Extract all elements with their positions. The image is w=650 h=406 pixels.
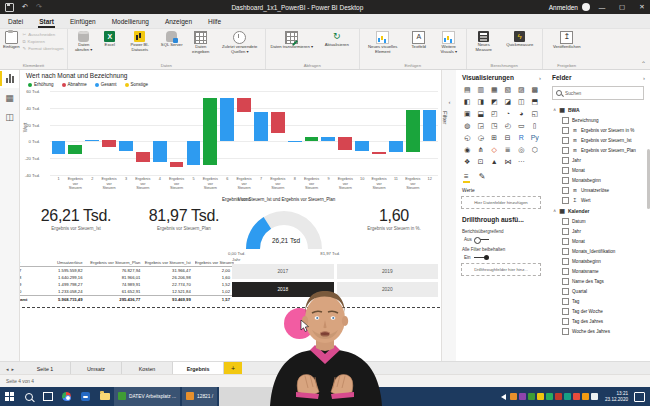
field-item[interactable]: Jahr xyxy=(546,226,650,236)
tray-icon-1[interactable] xyxy=(510,393,517,400)
menu-hilfe[interactable]: Hilfe xyxy=(200,14,229,28)
waterfall-bar-total[interactable] xyxy=(85,140,99,142)
tray-icon-4[interactable] xyxy=(537,393,544,400)
get-data-button[interactable]: Daten abrufen ▾ xyxy=(71,30,97,53)
waterfall-bar-increase[interactable] xyxy=(406,110,420,153)
kpi-card-ist[interactable]: 26,21 Tsd. Ergebnis vor Steuern_Ist xyxy=(22,207,130,231)
smart-narrative-icon[interactable]: ❖ xyxy=(461,156,474,167)
volume-icon[interactable] xyxy=(501,394,506,400)
slicer-button-2017[interactable]: 2017 xyxy=(232,264,334,279)
arcgis-map-icon[interactable]: ◎ xyxy=(515,144,528,155)
pie-chart-icon[interactable]: ◔ xyxy=(502,108,515,119)
redo-icon[interactable]: ↷ xyxy=(32,3,46,11)
kpi-icon[interactable]: ◵ xyxy=(461,132,474,143)
new-visual-button[interactable]: Neues visuelles Element xyxy=(363,30,403,55)
table-row[interactable]: 20201.233.058,2461.652,9112.521,841,02 xyxy=(12,288,234,295)
line-chart-icon[interactable]: ◧ xyxy=(461,96,474,107)
power-apps-icon[interactable]: ⬡ xyxy=(529,144,542,155)
100-stacked-column-icon[interactable]: ▩ xyxy=(529,84,542,95)
field-group-kalender[interactable]: ∧▦Kalender xyxy=(546,205,650,216)
waterfall-chart-icon[interactable]: ▣ xyxy=(461,108,474,119)
tray-icon-10[interactable] xyxy=(591,393,598,400)
table-row[interactable]: 20191.499.798,2774.989,9122.774,701,52 xyxy=(12,281,234,288)
table-total-row[interactable]: Gesamt5.968.715,49295.436,7793.469,991,5… xyxy=(12,295,234,303)
clustered-bar-chart-icon[interactable]: ▦ xyxy=(488,84,501,95)
waterfall-bar-increase[interactable] xyxy=(305,137,319,140)
new-measure-button[interactable]: Neues Measure xyxy=(470,30,498,53)
waterfall-bar-decrease[interactable] xyxy=(271,112,285,133)
publish-button[interactable]: ↥Veröffentlichen xyxy=(546,30,588,50)
chrome-button[interactable] xyxy=(57,387,76,406)
field-item[interactable]: ⊞Umsatzerlöse xyxy=(546,185,650,195)
field-item[interactable]: Bezeichnung xyxy=(546,115,650,125)
field-checkbox[interactable] xyxy=(562,318,569,325)
waterfall-bar-total[interactable] xyxy=(52,141,66,154)
waterfall-bar-decrease[interactable] xyxy=(338,137,352,150)
kpi-card-percent[interactable]: 1,60 Ergebnis vor Steuern in %. xyxy=(350,207,438,231)
recent-sources-button[interactable]: Zuletzt verwendete Quellen ▾ xyxy=(218,30,262,55)
field-item[interactable]: ΣWert xyxy=(546,195,650,205)
field-checkbox[interactable] xyxy=(562,238,569,245)
waterfall-bar-decrease[interactable] xyxy=(372,152,386,155)
waterfall-bar-total[interactable] xyxy=(355,141,369,151)
scatter-chart-icon[interactable]: ◰ xyxy=(488,108,501,119)
save-icon[interactable] xyxy=(5,3,14,12)
field-checkbox[interactable] xyxy=(562,268,569,275)
waterfall-bar-total[interactable] xyxy=(187,141,201,165)
funnel-chart-icon[interactable]: ⬓ xyxy=(475,108,488,119)
field-item[interactable]: Datum xyxy=(546,216,650,226)
waterfall-chart[interactable]: Wert 60 Tsd.40 Tsd.20 Tsd.0 Tsd.-20 Tsd.… xyxy=(22,91,438,175)
data-view-button[interactable]: ▦ xyxy=(0,88,19,107)
field-checkbox[interactable] xyxy=(562,137,569,144)
quick-measure-button[interactable]: ϟQuickmeasure xyxy=(501,30,539,48)
add-data-fields-dropzone[interactable]: Hier Datenfelder hinzufügen xyxy=(461,196,541,209)
field-checkbox[interactable] xyxy=(562,308,569,315)
waterfall-bar-decrease[interactable] xyxy=(136,152,150,163)
paginated-report-icon[interactable]: ≣ xyxy=(502,144,515,155)
field-item[interactable]: Monat xyxy=(546,165,650,175)
fields-wells-tab[interactable]: ≡ xyxy=(464,172,469,183)
treemap-icon[interactable]: ◱ xyxy=(529,108,542,119)
key-influencers-icon[interactable]: ◉ xyxy=(461,144,474,155)
minimize-button[interactable]: — xyxy=(594,4,610,11)
donut-chart-icon[interactable]: ◕ xyxy=(515,108,528,119)
start-button[interactable] xyxy=(0,387,19,406)
waterfall-bar-total[interactable] xyxy=(254,112,268,141)
field-item[interactable]: Tag des Jahres xyxy=(546,316,650,326)
field-item[interactable]: Tag xyxy=(546,296,650,306)
legend-item[interactable]: Sonstige xyxy=(125,82,149,87)
remote-app-button[interactable] xyxy=(76,387,95,406)
avatar[interactable] xyxy=(582,3,590,11)
line-column-combo-icon[interactable]: ◪ xyxy=(502,96,515,107)
waterfall-bar-total[interactable] xyxy=(423,110,437,142)
field-checkbox[interactable] xyxy=(562,218,569,225)
map-icon[interactable]: ◍ xyxy=(461,120,474,131)
field-checkbox[interactable] xyxy=(562,288,569,295)
legend-item[interactable]: Abnahme xyxy=(62,82,87,87)
taskbar-search-button[interactable] xyxy=(19,387,38,406)
field-item[interactable]: Monat xyxy=(546,236,650,246)
field-item[interactable]: Jahr xyxy=(546,155,650,165)
waterfall-bar-total[interactable] xyxy=(119,141,133,151)
card-icon[interactable]: ▭ xyxy=(515,120,528,131)
paste-button[interactable]: Einfügen xyxy=(3,30,20,50)
field-checkbox[interactable] xyxy=(562,147,569,154)
table-row[interactable]: 20171.595.559,8276.827,9431.966,472,00 xyxy=(12,267,234,274)
waterfall-bar-total[interactable] xyxy=(220,98,234,142)
stacked-bar-chart-icon[interactable]: ▤ xyxy=(461,84,474,95)
stacked-area-icon[interactable]: ◩ xyxy=(488,96,501,107)
field-item[interactable]: ⊞Ergebnis vor Steuern_Ist xyxy=(546,135,650,145)
field-item[interactable]: Monatsbeginn xyxy=(546,256,650,266)
line-stacked-column-icon[interactable]: ◫ xyxy=(515,96,528,107)
waterfall-bar-increase[interactable] xyxy=(203,98,217,165)
slicer-button-2019[interactable]: 2019 xyxy=(337,264,439,279)
more-visuals-button[interactable]: Weitere Visuals ▾ xyxy=(435,30,463,55)
summary-table[interactable]: JahrUmsatzerlöseErgebnis vor Steuern_Pla… xyxy=(12,259,234,303)
tray-icon-9[interactable] xyxy=(582,393,589,400)
collapse-visualizations-icon[interactable]: › xyxy=(539,75,541,81)
keep-filters-toggle[interactable]: Ein xyxy=(456,254,546,262)
enter-data-button[interactable]: Daten eingeben xyxy=(187,30,215,55)
next-page-arrow[interactable]: ▸ xyxy=(12,366,15,372)
matrix-icon[interactable]: ⊟ xyxy=(502,132,515,143)
ribbon-chart-icon[interactable]: ⬒ xyxy=(529,96,542,107)
